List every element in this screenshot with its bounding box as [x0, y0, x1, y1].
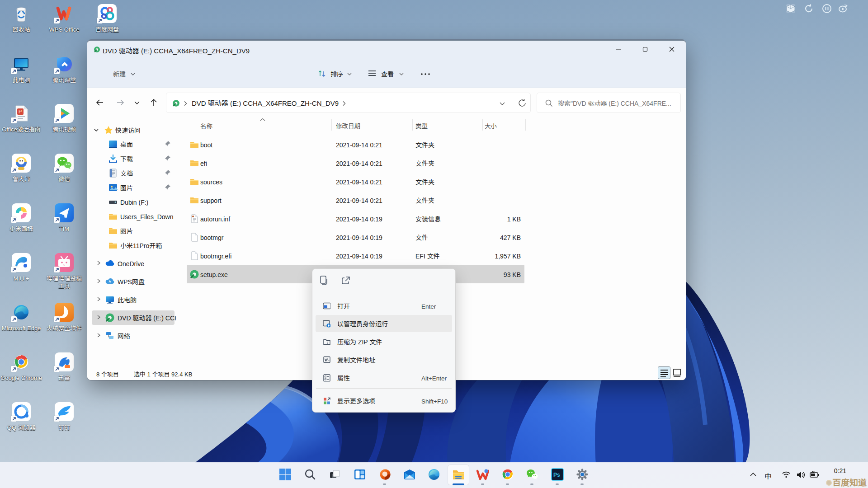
svg-text:Ps: Ps — [553, 472, 560, 478]
svg-text:P: P — [19, 109, 22, 114]
